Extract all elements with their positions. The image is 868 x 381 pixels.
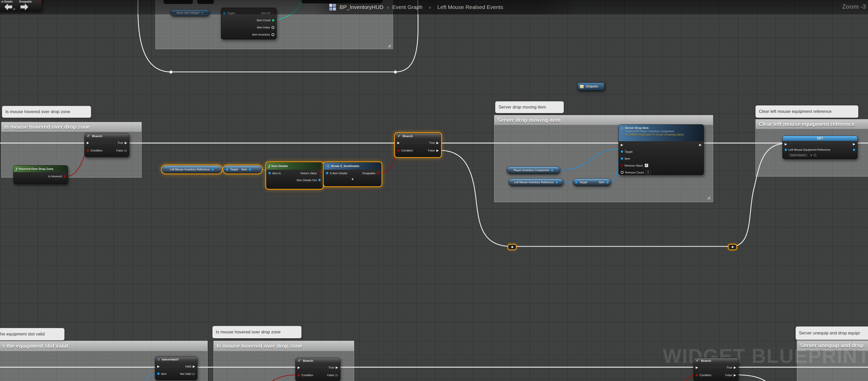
output-pin-droppable[interactable] xyxy=(38,2,40,4)
exec-in-pin[interactable]: ▶ xyxy=(298,366,300,369)
bubble-text: Is mouse hovered over drop zone xyxy=(216,329,280,335)
output-pin-equipment-reference[interactable] xyxy=(853,149,855,151)
condition-pin[interactable] xyxy=(298,374,300,376)
exec-out-pin[interactable]: ▶ xyxy=(699,143,702,146)
pin-label: Valid xyxy=(185,365,191,368)
output-pin-object[interactable] xyxy=(211,168,214,171)
input-pin-equipment-reference[interactable] xyxy=(785,149,787,151)
output-pin-item-inventory[interactable] xyxy=(272,33,274,36)
branch-node-hover-left[interactable]: Branch ▶ True ▶ Condition False ▷ xyxy=(84,133,129,157)
input-pin-item[interactable] xyxy=(621,157,623,160)
pin-label: True xyxy=(329,366,334,369)
exec-out-true-pin[interactable]: ▶ xyxy=(734,366,736,369)
breadcrumb-event-graph[interactable]: Event Graph xyxy=(392,4,422,10)
expand-node-caret-icon[interactable]: ▼ xyxy=(351,178,353,181)
remove-count-input[interactable]: 0 xyxy=(645,170,651,175)
exec-in-pin[interactable]: ▶ xyxy=(696,366,698,369)
input-pin-item[interactable] xyxy=(157,373,159,375)
pin-label: Item In xyxy=(272,172,281,175)
exec-out-pin[interactable]: ▶ xyxy=(853,143,855,146)
node-title: Server Drop Item xyxy=(625,126,684,129)
output-pin-object[interactable] xyxy=(556,181,558,183)
target-item-node-1[interactable]: Target Item xyxy=(223,165,262,174)
collapsed-node-outputs[interactable]: Outputs xyxy=(577,82,604,91)
output-pin-item[interactable] xyxy=(249,168,251,171)
pin-label: True xyxy=(726,366,732,369)
remove-stack-checkbox[interactable]: ✓ xyxy=(645,164,648,167)
reroute-node-selected-2[interactable] xyxy=(728,244,737,250)
exec-in-pin[interactable]: ▶ xyxy=(785,143,787,146)
bubble-text: Server unequip and drop equipr xyxy=(799,330,860,336)
exec-in-pin[interactable]: ▶ xyxy=(397,141,400,144)
exec-out-true-pin[interactable]: ▶ xyxy=(125,141,127,144)
nav-back-arrow-icon[interactable] xyxy=(4,3,12,10)
breadcrumb-section[interactable]: Left Mouse Realsed Events xyxy=(437,4,503,10)
comment-bubble-server-drop: Server drop moving item xyxy=(495,101,564,113)
condition-pin[interactable] xyxy=(87,149,89,152)
condition-pin[interactable] xyxy=(696,374,698,376)
grid-icon-cell xyxy=(333,4,336,7)
variable-node-left-mouse-inventory-reference-2[interactable]: Left Mouse Inventory Reference xyxy=(508,178,563,186)
exec-out-false-pin[interactable]: ▶ xyxy=(734,374,736,377)
graph-nav-arrows[interactable] xyxy=(4,3,30,11)
branch-icon xyxy=(696,359,700,363)
condition-pin[interactable] xyxy=(397,149,400,152)
output-pin-item[interactable] xyxy=(606,181,609,183)
branch-node-selected[interactable]: Branch ▶ True ▶ Condition False ▶ xyxy=(395,133,441,157)
exec-out-true-pin[interactable]: ▶ xyxy=(336,366,338,369)
nav-forward-arrow-icon[interactable] xyxy=(21,3,28,10)
target-item-node-2[interactable]: Target Item xyxy=(573,178,611,186)
pin-label: Return Value xyxy=(301,172,317,175)
input-pin-target[interactable] xyxy=(621,150,623,153)
select-asset-dropdown[interactable]: Select Asset ▾ xyxy=(789,153,808,157)
output-pin-return-value[interactable] xyxy=(318,172,320,174)
function-node-hovered-over-drop-zone[interactable]: ƒ Hovered Over Drop Zone Is Hovered xyxy=(13,165,68,184)
variable-node-left-mouse-inventory-reference[interactable]: Left Mouse Inventory Reference xyxy=(162,165,222,174)
input-pin-target[interactable] xyxy=(575,181,578,183)
exec-out-false-pin[interactable]: ▷ xyxy=(125,149,127,152)
wire-exec-false-bypass xyxy=(440,144,785,246)
input-pin-s-item-details[interactable] xyxy=(326,172,328,174)
exec-out-false-pin[interactable]: ▶ xyxy=(436,149,439,152)
variable-node-player-inventory-component[interactable]: Player Inventory Component xyxy=(506,166,560,174)
input-pin-item-in[interactable] xyxy=(269,172,271,174)
function-node-item-details[interactable]: ƒ Item Details Item In Return Value Item… xyxy=(266,162,323,189)
output-pin-item-index[interactable] xyxy=(272,26,274,29)
variable-label: Left Mouse Inventory Reference xyxy=(170,168,210,171)
branch-node-hover-bottom[interactable]: Branch ▶ True ▶ Condition False ▷ xyxy=(295,358,340,381)
macro-node-is-item-valid[interactable]: ⚙ IsItemValid? ▶ Valid ▶ Item Not Valid … xyxy=(155,356,197,380)
output-pin-item-details-out[interactable] xyxy=(318,179,320,181)
event-node-server-drop-item[interactable]: ◇ Server Drop Item Target is BP Player I… xyxy=(618,124,704,175)
pin-label: False xyxy=(116,149,123,152)
exec-in-pin[interactable]: ▶ xyxy=(87,141,89,144)
output-pin-droppable[interactable] xyxy=(377,172,379,174)
exec-out-true-pin[interactable]: ▶ xyxy=(436,141,439,144)
comment-bubble-unequip: Server unequip and drop equipr xyxy=(796,326,868,340)
comment-bubble-hover-left: Is mouse hovered over drop zone xyxy=(2,106,91,118)
wire-bool-condition-bottom-mid xyxy=(271,375,297,381)
exec-in-pin[interactable]: ▶ xyxy=(157,365,159,368)
reroute-node-selected-1[interactable] xyxy=(507,244,517,250)
input-pin-remove-count[interactable] xyxy=(621,171,624,174)
nav-back-dropdown-caret-icon[interactable] xyxy=(13,9,16,10)
blueprint-graph-canvas[interactable]: Is mouse hovered over drop zone Server d… xyxy=(0,0,868,381)
exec-out-valid-pin[interactable]: ▶ xyxy=(193,365,195,368)
input-pin-remove-stack[interactable] xyxy=(621,164,623,167)
pin-label: Target xyxy=(230,168,238,171)
output-pin-is-hovered[interactable] xyxy=(63,175,66,178)
input-pin-target[interactable] xyxy=(226,168,228,171)
exec-out-not-valid-pin[interactable]: ▷ xyxy=(193,372,195,375)
output-pin-item-count[interactable] xyxy=(272,19,274,22)
break-struct-node-item-details[interactable]: Break S_ItemDetails S Item Details Dropp… xyxy=(324,162,381,186)
breadcrumb-root[interactable]: BP_InventoryHUD xyxy=(340,4,383,10)
variable-label: Left Mouse Inventory Reference xyxy=(514,181,554,184)
exec-in-pin[interactable]: ▶ xyxy=(621,143,623,146)
pin-label: Condition xyxy=(302,374,313,377)
zoom-level-label: Zoom -3 xyxy=(842,3,866,10)
pin-label: Condition xyxy=(401,149,413,152)
set-node-left-mouse-equipment-reference[interactable]: SET ▶ ▶ Left Mouse Equipment Reference S… xyxy=(782,136,858,159)
exec-out-false-pin[interactable]: ▷ xyxy=(336,374,338,377)
output-pin-object[interactable] xyxy=(551,169,553,171)
branch-node-unequip[interactable]: Branch ▶ True ▶ Condition False ▶ xyxy=(693,358,738,381)
reset-and-browse-icons[interactable] xyxy=(810,153,817,157)
